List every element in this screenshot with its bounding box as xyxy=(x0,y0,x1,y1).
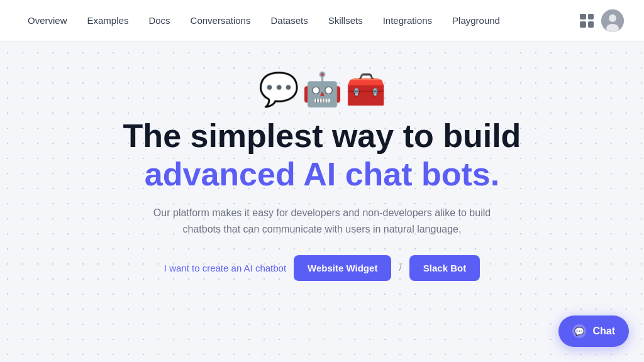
nav-links: Overview Examples Docs Conversations Dat… xyxy=(20,10,508,31)
nav-item-docs[interactable]: Docs xyxy=(141,10,177,31)
chat-bubble-icon: 💬 xyxy=(572,324,586,338)
slack-bot-button[interactable]: Slack Bot xyxy=(409,255,480,281)
navbar: Overview Examples Docs Conversations Dat… xyxy=(0,0,644,41)
toolbox-emoji: 🧰 xyxy=(345,73,386,106)
hero-subtitle: Our platform makes it easy for developer… xyxy=(146,205,498,237)
nav-item-conversations[interactable]: Conversations xyxy=(183,10,258,31)
cta-row: I want to create an AI chatbot Website W… xyxy=(164,255,480,281)
website-widget-button[interactable]: Website Widget xyxy=(294,255,391,281)
nav-right xyxy=(580,9,624,32)
nav-item-integrations[interactable]: Integrations xyxy=(375,10,440,31)
chat-bubble-emoji: 💬 xyxy=(258,73,299,106)
hero-section: 💬 🤖 🧰 The simplest way to build advanced… xyxy=(0,41,644,281)
chat-button-label: Chat xyxy=(592,326,615,337)
robot-emoji: 🤖 xyxy=(302,73,343,106)
nav-item-playground[interactable]: Playground xyxy=(445,10,508,31)
nav-item-examples[interactable]: Examples xyxy=(80,10,136,31)
hero-title-line2: advanced AI chat bots. xyxy=(145,156,499,192)
user-avatar[interactable] xyxy=(601,9,624,32)
cta-separator: / xyxy=(399,262,401,273)
nav-item-skillsets[interactable]: Skillsets xyxy=(321,10,370,31)
nav-item-overview[interactable]: Overview xyxy=(20,10,75,31)
hero-title-line1: The simplest way to build xyxy=(123,118,521,154)
cta-text: I want to create an AI chatbot xyxy=(164,263,286,273)
nav-item-datasets[interactable]: Datasets xyxy=(263,10,315,31)
grid-icon[interactable] xyxy=(580,14,594,28)
chat-button[interactable]: 💬 Chat xyxy=(558,315,629,347)
hero-emojis: 💬 🤖 🧰 xyxy=(258,73,386,106)
svg-point-1 xyxy=(609,14,616,22)
